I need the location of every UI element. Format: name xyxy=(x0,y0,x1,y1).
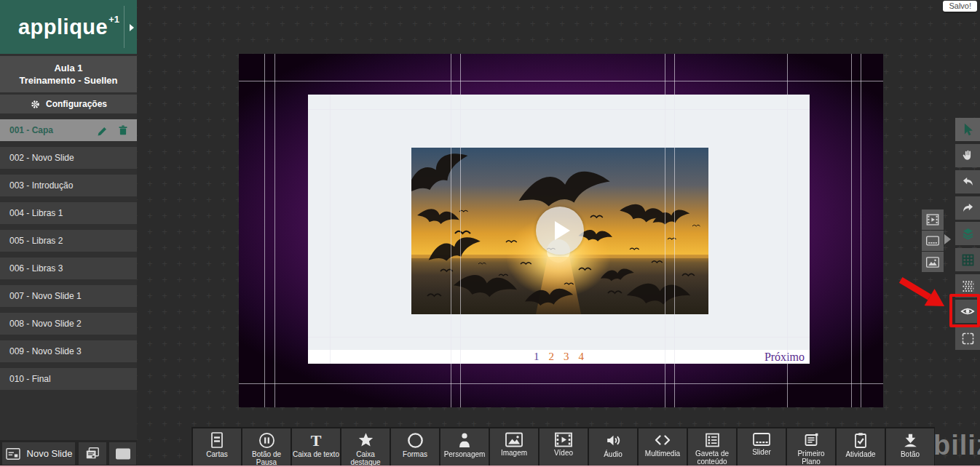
settings-label: Configurações xyxy=(46,99,107,109)
shape-circle-icon xyxy=(406,431,424,450)
grid-table-button[interactable] xyxy=(955,248,980,271)
slide-list: 001 - Capa 002 - Novo Slide 003 - Introd… xyxy=(0,119,137,396)
guide-line xyxy=(851,54,852,407)
delete-trash-icon[interactable] xyxy=(116,124,130,137)
select-tool-button[interactable] xyxy=(955,118,980,141)
slide-item-001[interactable]: 001 - Capa xyxy=(0,119,137,141)
saved-toast: Salvo! xyxy=(943,1,977,12)
video-icon xyxy=(925,213,940,226)
insert-audio-button[interactable]: Áudio xyxy=(589,428,637,467)
slide-stage[interactable]: 1 2 3 4 Próximo xyxy=(308,95,810,364)
halftone-icon xyxy=(960,279,976,294)
quick-video-button[interactable] xyxy=(922,209,944,230)
undo-button[interactable] xyxy=(955,170,980,193)
gear-icon xyxy=(30,99,41,110)
insert-textbox-button[interactable]: T Caixa de texto xyxy=(292,428,340,467)
image-icon xyxy=(925,256,940,268)
hand-icon xyxy=(960,148,975,163)
blank-slide-button[interactable] xyxy=(109,442,136,465)
new-slide-label: Novo Slide xyxy=(27,448,73,459)
course-title-line2: Treinamento - Suellen xyxy=(19,75,117,86)
slide-item-005[interactable]: 005 - Libras 2 xyxy=(0,230,137,252)
slide-item-004[interactable]: 004 - Libras 1 xyxy=(0,202,137,224)
pan-tool-button[interactable] xyxy=(955,144,980,167)
insert-video-button[interactable]: Vídeo xyxy=(540,428,588,467)
pause-icon xyxy=(258,431,276,450)
screen-frame-button[interactable] xyxy=(955,327,980,350)
sidebar-collapse-arrow-icon[interactable] xyxy=(130,24,134,31)
cards-icon xyxy=(208,431,226,450)
slide-item-009[interactable]: 009 - Novo Slide 3 xyxy=(0,340,137,362)
svg-text:T: T xyxy=(311,431,322,450)
panel-caret-icon xyxy=(944,234,951,244)
layers-button[interactable] xyxy=(955,222,980,245)
insert-cartas-button[interactable]: Cartas xyxy=(193,428,241,467)
eye-icon xyxy=(960,303,976,319)
guide-line xyxy=(239,81,883,81)
logo-divider xyxy=(124,6,125,48)
blank-slide-icon xyxy=(114,447,132,460)
audio-icon xyxy=(604,431,623,450)
insert-highlight-box-button[interactable]: Caixa destaque xyxy=(341,428,390,467)
page-number-3[interactable]: 3 xyxy=(564,351,569,363)
character-icon xyxy=(456,431,473,450)
slider-icon xyxy=(752,431,771,447)
insert-button-button[interactable]: Botão xyxy=(886,428,934,467)
insert-slider-button[interactable]: Slider xyxy=(738,428,786,467)
insert-foreground-button[interactable]: Primeiro Plano xyxy=(787,428,835,467)
guide-line xyxy=(264,54,265,407)
preview-button[interactable] xyxy=(955,300,980,323)
guide-line xyxy=(274,54,275,407)
pagination: 1 2 3 4 xyxy=(308,350,810,364)
video-icon xyxy=(554,431,573,448)
next-button[interactable]: Próximo xyxy=(764,350,805,364)
slide-item-010[interactable]: 010 - Final xyxy=(0,368,137,390)
image-icon xyxy=(505,431,523,448)
undo-icon xyxy=(960,175,976,190)
quick-slider-button[interactable] xyxy=(922,231,944,251)
foreground-icon xyxy=(802,431,821,449)
insert-toolbar: Cartas Botão de Pausa T Caixa de texto C… xyxy=(191,427,935,467)
insert-image-button[interactable]: Imagem xyxy=(490,428,538,467)
logo-text: applique xyxy=(18,15,108,39)
insert-activity-button[interactable]: Atividade xyxy=(837,428,885,467)
edit-pencil-icon[interactable] xyxy=(96,124,110,137)
redo-icon xyxy=(960,201,976,216)
page-number-4[interactable]: 4 xyxy=(579,351,585,363)
page-number-1[interactable]: 1 xyxy=(534,351,540,363)
course-title: Aula 1 Treinamento - Suellen xyxy=(0,56,137,92)
code-icon xyxy=(653,431,672,449)
insert-shapes-button[interactable]: Formas xyxy=(391,428,439,467)
insert-pause-button[interactable]: Botão de Pausa xyxy=(242,428,291,467)
slide-item-008[interactable]: 008 - Novo Slide 2 xyxy=(0,313,137,335)
star-icon xyxy=(357,431,375,450)
insert-multimedia-button[interactable]: Multimedia xyxy=(639,428,687,467)
insert-character-button[interactable]: Personagem xyxy=(440,428,489,467)
editor-canvas[interactable]: 1 2 3 4 Próximo xyxy=(239,54,883,407)
course-title-line1: Aula 1 xyxy=(54,63,82,73)
new-slide-icon xyxy=(5,447,21,460)
guide-line xyxy=(239,383,883,384)
insert-content-drawer-button[interactable]: Gaveta de conteúdo xyxy=(688,428,736,467)
duplicate-slide-button[interactable] xyxy=(79,442,106,465)
video-element[interactable] xyxy=(411,148,708,314)
slide-footer: 1 2 3 4 Próximo xyxy=(308,350,810,364)
quick-image-button[interactable] xyxy=(922,252,944,272)
applique-editor: ++++++++++++++++++++++++++++++++++++++++… xyxy=(0,0,980,467)
settings-button[interactable]: Configurações xyxy=(0,95,137,113)
button-icon xyxy=(901,431,920,450)
slide-item-006[interactable]: 006 - Libras 3 xyxy=(0,258,137,279)
activity-icon xyxy=(852,431,869,450)
halftone-pattern-button[interactable] xyxy=(955,274,980,298)
play-button[interactable] xyxy=(536,207,584,255)
content-drawer-icon xyxy=(703,431,722,449)
slide-item-002[interactable]: 002 - Novo Slide xyxy=(0,147,137,169)
new-slide-button[interactable]: Novo Slide xyxy=(2,442,75,465)
slide-item-003[interactable]: 003 - Introdução xyxy=(0,175,137,196)
slide-item-007[interactable]: 007 - Novo Slide 1 xyxy=(0,285,137,307)
page-number-2[interactable]: 2 xyxy=(549,351,555,363)
slide-item-label: 001 - Capa xyxy=(9,125,53,135)
sidebar: applique+1 Aula 1 Treinamento - Suellen … xyxy=(0,0,137,467)
layers-icon xyxy=(960,226,976,242)
redo-button[interactable] xyxy=(955,196,980,220)
